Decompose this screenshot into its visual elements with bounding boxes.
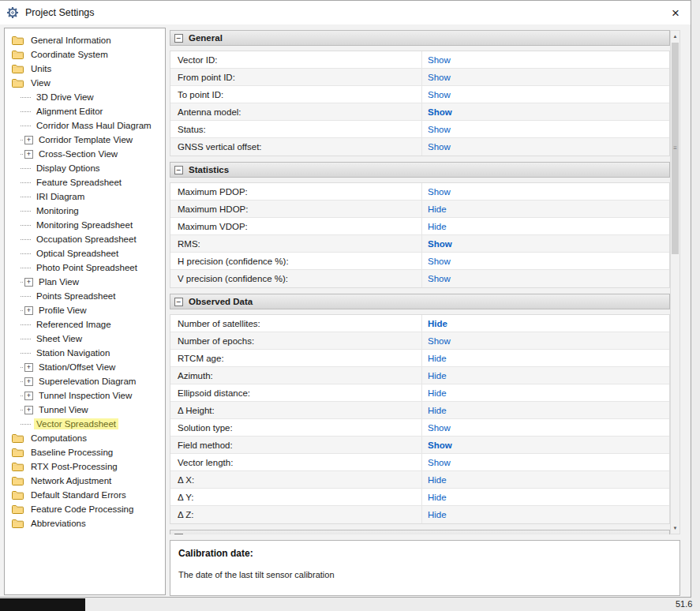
property-row: Solution type:Show — [170, 419, 669, 437]
tree-item-computations[interactable]: Computations — [5, 431, 165, 445]
property-value-link[interactable]: Hide — [422, 367, 669, 384]
expand-plus-icon[interactable]: + — [24, 406, 33, 414]
tree-item-sheet-view[interactable]: Sheet View — [5, 332, 165, 346]
property-value-link[interactable]: Show — [422, 419, 669, 436]
property-value-link[interactable]: Hide — [422, 489, 669, 505]
tree-item-label: Units — [28, 63, 54, 74]
tree-item-baseline-processing[interactable]: Baseline Processing — [5, 445, 165, 459]
tree-item-display-options[interactable]: Display Options — [5, 161, 165, 175]
collapse-minus-icon[interactable]: − — [174, 34, 183, 43]
settings-tree: General InformationCoordinate SystemUnit… — [4, 28, 166, 595]
tree-item-general-information[interactable]: General Information — [5, 33, 165, 47]
tree-item-tunnel-view[interactable]: +Tunnel View — [5, 403, 165, 417]
tree-item-coordinate-system[interactable]: Coordinate System — [5, 47, 165, 62]
scroll-up-icon[interactable]: ▲ — [671, 31, 679, 42]
property-value-link[interactable]: Hide — [422, 315, 669, 332]
expand-plus-icon[interactable]: + — [24, 136, 33, 144]
tree-item-profile-view[interactable]: +Profile View — [5, 303, 165, 317]
property-value-link[interactable]: Show — [422, 332, 669, 349]
property-value-link[interactable]: Show — [422, 270, 669, 287]
property-value-link[interactable]: Show — [422, 121, 669, 137]
vertical-scrollbar[interactable]: ▲ ≡ ▼ — [670, 30, 680, 534]
tree-item-abbreviations[interactable]: Abbreviations — [5, 516, 165, 530]
tree-item-occupation-spreadsheet[interactable]: Occupation Spreadsheet — [5, 232, 165, 246]
section-header[interactable]: −General — [170, 30, 670, 46]
close-icon[interactable]: × — [668, 6, 683, 20]
section-header[interactable]: −Antenna Information (From) — [170, 530, 670, 534]
tree-connector — [21, 253, 31, 254]
expand-plus-icon[interactable]: + — [24, 306, 33, 315]
tree-item-tunnel-inspection-view[interactable]: +Tunnel Inspection View — [5, 388, 165, 403]
tree-item-superelevation-diagram[interactable]: +Superelevation Diagram — [5, 374, 165, 388]
expand-plus-icon[interactable]: + — [24, 150, 33, 159]
property-value-link[interactable]: Hide — [422, 384, 669, 401]
property-value-link[interactable]: Show — [422, 138, 669, 156]
tree-item-corridor-template-view[interactable]: +Corridor Template View — [5, 133, 165, 147]
property-value-link[interactable]: Hide — [422, 506, 669, 523]
tree-item-3d-drive-view[interactable]: 3D Drive View — [5, 90, 165, 104]
tree-item-photo-point-spreadsheet[interactable]: Photo Point Spreadsheet — [5, 261, 165, 275]
tree-item-monitoring-spreadsheet[interactable]: Monitoring Spreadsheet — [5, 218, 165, 232]
property-value-link[interactable]: Hide — [422, 350, 669, 366]
tree-item-monitoring[interactable]: Monitoring — [5, 204, 165, 218]
property-row: Δ Y:Hide — [170, 489, 669, 506]
expand-plus-icon[interactable]: + — [24, 363, 33, 372]
property-label: V precision (confidence %): — [170, 270, 422, 287]
collapse-minus-icon[interactable]: − — [174, 166, 183, 174]
scrollbar-grip-icon: ≡ — [672, 145, 679, 152]
property-label: Δ X: — [170, 471, 422, 488]
property-value-link[interactable]: Hide — [422, 201, 669, 217]
section-title: Statistics — [189, 165, 229, 174]
property-value-link[interactable]: Hide — [422, 218, 669, 234]
folder-icon — [12, 462, 24, 471]
property-value-link[interactable]: Hide — [422, 402, 669, 418]
property-value-link[interactable]: Show — [422, 86, 669, 103]
tree-item-corridor-mass-haul-diagram[interactable]: Corridor Mass Haul Diagram — [5, 118, 165, 133]
property-value-link[interactable]: Show — [422, 235, 669, 252]
tree-connector — [21, 126, 31, 126]
tree-item-station-navigation[interactable]: Station Navigation — [5, 346, 165, 360]
tree-item-rtx-post-processing[interactable]: RTX Post-Processing — [5, 459, 165, 474]
tree-item-points-spreadsheet[interactable]: Points Spreadsheet — [5, 289, 165, 303]
expand-plus-icon[interactable]: + — [24, 392, 33, 400]
project-settings-dialog: Project Settings × General InformationCo… — [0, 0, 691, 598]
tree-item-station-offset-view[interactable]: +Station/Offset View — [5, 360, 165, 374]
scrollbar-thumb[interactable]: ≡ — [672, 43, 679, 254]
tree-item-plan-view[interactable]: +Plan View — [5, 275, 165, 289]
section-header[interactable]: −Observed Data — [170, 294, 670, 309]
property-value-link[interactable]: Show — [422, 437, 669, 453]
tree-item-optical-spreadsheet[interactable]: Optical Spreadsheet — [5, 246, 165, 261]
property-value-link[interactable]: Show — [422, 51, 669, 68]
tree-item-network-adjustment[interactable]: Network Adjustment — [5, 474, 165, 488]
tree-item-label: Corridor Mass Haul Diagram — [34, 120, 154, 131]
collapse-minus-icon[interactable]: − — [174, 534, 183, 535]
scroll-down-icon[interactable]: ▼ — [671, 523, 679, 534]
tree-connector — [21, 211, 31, 212]
property-value-link[interactable]: Show — [422, 69, 669, 85]
tree-item-label: Sheet View — [34, 333, 84, 344]
folder-icon — [12, 519, 24, 528]
expand-plus-icon[interactable]: + — [24, 377, 33, 386]
description-panel: Calibration date: The date of the last t… — [170, 540, 680, 596]
tree-item-iri-diagram[interactable]: IRI Diagram — [5, 189, 165, 204]
property-value-link[interactable]: Show — [422, 103, 669, 120]
tree-item-feature-spreadsheet[interactable]: Feature Spreadsheet — [5, 175, 165, 189]
collapse-minus-icon[interactable]: − — [174, 298, 183, 306]
tree-item-view[interactable]: View — [5, 76, 165, 90]
tree-item-default-standard-errors[interactable]: Default Standard Errors — [5, 488, 165, 502]
property-value-link[interactable]: Show — [422, 253, 669, 269]
section-header[interactable]: −Statistics — [170, 162, 670, 178]
property-row: Antenna model:Show — [170, 103, 669, 121]
property-row: RTCM age:Hide — [170, 350, 669, 367]
tree-item-alignment-editor[interactable]: Alignment Editor — [5, 104, 165, 118]
expand-plus-icon[interactable]: + — [24, 278, 33, 287]
tree-item-units[interactable]: Units — [5, 62, 165, 76]
tree-item-referenced-image[interactable]: Referenced Image — [5, 317, 165, 332]
tree-item-vector-spreadsheet[interactable]: Vector Spreadsheet — [5, 417, 165, 431]
tree-item-cross-section-view[interactable]: +Cross-Section View — [5, 147, 165, 161]
property-value-link[interactable]: Hide — [422, 471, 669, 488]
property-value-link[interactable]: Show — [422, 183, 669, 200]
property-row: Maximum HDOP:Hide — [170, 201, 669, 218]
property-value-link[interactable]: Show — [422, 454, 669, 470]
tree-item-feature-code-processing[interactable]: Feature Code Processing — [5, 502, 165, 516]
